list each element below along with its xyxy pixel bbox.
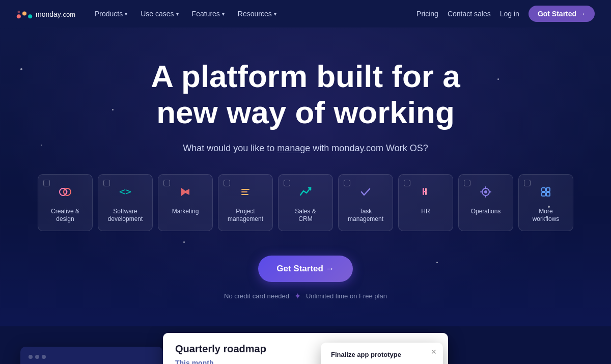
nav-resources[interactable]: Resources ▾ <box>233 7 282 21</box>
modal-title: Finalize app prototype <box>331 351 433 358</box>
svg-point-3 <box>17 11 20 13</box>
more-workflows-icon <box>538 184 554 203</box>
nav-products[interactable]: Products ▾ <box>90 7 132 21</box>
hero-subtitle: What would you like to manage with monda… <box>10 143 601 154</box>
nav-get-started-button[interactable]: Got Started → <box>529 6 595 22</box>
preview-section: Q1 roadmap overview Quarterly roadmap Th… <box>0 326 611 364</box>
svg-rect-21 <box>542 192 545 196</box>
creative-design-icon <box>57 184 73 203</box>
nav-links: Products ▾ Use cases ▾ Features ▾ Resour… <box>90 7 282 21</box>
card-label-task: Taskmanagement <box>348 208 383 223</box>
hero-title: A platform built for anew way of working <box>10 58 601 131</box>
card-label-more: Moreworkflows <box>533 208 560 223</box>
hero-section: A platform built for anew way of working… <box>0 27 611 326</box>
svg-rect-13 <box>423 191 427 192</box>
svg-point-2 <box>28 14 32 18</box>
finalize-modal: ✕ Finalize app prototype K Kara <box>321 343 443 364</box>
window-dot-1 <box>29 355 33 359</box>
logo-suffix: .com <box>61 11 75 18</box>
workflow-cards: Creative &design <> Softwaredevelopment … <box>10 174 601 231</box>
marketing-icon <box>177 184 193 203</box>
card-label-hr: HR <box>421 208 430 216</box>
nav-features[interactable]: Features ▾ <box>187 7 230 21</box>
nav-features-label: Features <box>192 10 220 18</box>
nav-contact-sales[interactable]: Contact sales <box>448 10 491 18</box>
window-dots <box>29 355 155 359</box>
chevron-down-icon: ▾ <box>125 11 127 17</box>
card-label-creative: Creative &design <box>51 208 79 223</box>
svg-rect-19 <box>542 188 545 191</box>
svg-rect-22 <box>546 192 550 196</box>
card-label-project: Projectmanagement <box>228 208 263 223</box>
workflow-card-marketing[interactable]: Marketing <box>158 174 213 231</box>
workflow-card-task[interactable]: Taskmanagement <box>338 174 393 231</box>
card-checkbox-sales <box>284 180 290 186</box>
chevron-down-icon: ▾ <box>222 11 225 17</box>
preview-left-panel: Q1 roadmap overview <box>20 347 163 364</box>
card-label-sales: Sales &CRM <box>295 208 316 223</box>
workflow-card-creative[interactable]: Creative &design <box>38 174 93 231</box>
svg-point-14 <box>484 190 487 193</box>
chevron-down-icon: ▾ <box>274 11 276 17</box>
card-label-operations: Operations <box>471 208 501 216</box>
card-checkbox-marketing <box>163 180 170 186</box>
workflow-card-software[interactable]: <> Softwaredevelopment <box>98 174 153 231</box>
hero-cta-label: Get Started → <box>276 264 334 274</box>
workflow-card-project[interactable]: Projectmanagement <box>218 174 273 231</box>
card-checkbox-creative <box>43 180 50 186</box>
nav-products-label: Products <box>95 10 123 18</box>
nav-left: monday.com Products ▾ Use cases ▾ Featur… <box>16 7 282 21</box>
task-management-icon <box>357 184 374 203</box>
svg-marker-7 <box>181 188 189 196</box>
modal-close-button[interactable]: ✕ <box>431 348 437 356</box>
nav-resources-label: Resources <box>238 10 272 18</box>
card-checkbox-project <box>224 180 230 186</box>
logo-wordmark: monday.com <box>36 9 75 19</box>
hero-subtitle-underline: manage <box>277 143 310 153</box>
nav-right: Pricing Contact sales Log in Got Started… <box>416 6 595 22</box>
svg-rect-20 <box>546 188 550 191</box>
svg-text:<>: <> <box>119 185 131 198</box>
hero-footnote-right: Unlimited time on Free plan <box>306 292 387 300</box>
window-dot-2 <box>35 355 39 359</box>
workflow-card-sales[interactable]: Sales &CRM <box>278 174 333 231</box>
nav-use-cases[interactable]: Use cases ▾ <box>135 7 183 21</box>
window-dot-3 <box>42 355 46 359</box>
star-decoration <box>183 241 185 243</box>
workflow-card-more[interactable]: Moreworkflows <box>518 174 573 231</box>
svg-rect-9 <box>241 191 247 192</box>
nav-pricing[interactable]: Pricing <box>416 10 438 18</box>
navbar: monday.com Products ▾ Use cases ▾ Featur… <box>0 0 611 27</box>
workflow-card-operations[interactable]: Operations <box>458 174 513 231</box>
operations-icon <box>478 184 494 203</box>
nav-login[interactable]: Log in <box>500 10 519 18</box>
hr-icon <box>418 184 434 203</box>
logo-icon <box>16 9 33 19</box>
sales-crm-icon <box>297 184 314 203</box>
hero-footnote-left: No credit card needed <box>224 292 289 300</box>
card-checkbox-hr <box>404 180 410 186</box>
hero-footnote: No credit card needed ✦ Unlimited time o… <box>224 291 387 301</box>
card-label-software: Softwaredevelopment <box>108 208 143 223</box>
hero-get-started-button[interactable]: Get Started → <box>258 256 352 282</box>
card-checkbox-operations <box>464 180 470 186</box>
software-development-icon: <> <box>117 184 133 203</box>
svg-rect-10 <box>241 194 248 195</box>
logo-name: monday <box>36 10 61 18</box>
footnote-dot: ✦ <box>294 291 301 301</box>
card-checkbox-more <box>524 180 531 186</box>
svg-point-1 <box>22 12 26 16</box>
project-management-icon <box>237 184 254 203</box>
nav-use-cases-label: Use cases <box>141 10 174 18</box>
logo[interactable]: monday.com <box>16 9 75 19</box>
svg-rect-8 <box>241 189 249 190</box>
card-checkbox-software <box>103 180 110 186</box>
card-label-marketing: Marketing <box>172 208 199 216</box>
svg-point-0 <box>17 14 21 18</box>
workflow-card-hr[interactable]: HR <box>398 174 453 231</box>
chevron-down-icon: ▾ <box>176 11 179 17</box>
card-checkbox-task <box>344 180 350 186</box>
